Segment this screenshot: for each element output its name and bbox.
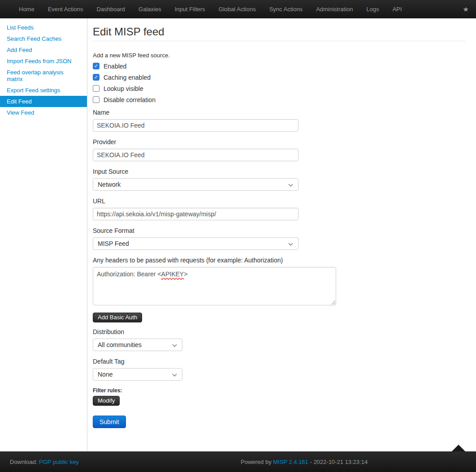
headers-value-spellcheck-flagged: APIKEY <box>161 270 184 278</box>
pgp-public-key-link[interactable]: PGP public key <box>39 459 79 465</box>
sidebar-item-search-feed-caches: Search Feed Caches <box>0 33 87 44</box>
nav-item-logs: Logs <box>360 0 386 18</box>
nav-item-sync-actions: Sync Actions <box>263 0 309 18</box>
disable-correlation-checkbox-label: Disable correlation <box>104 96 156 103</box>
misp-app: Home Event Actions Dashboard Galaxies In… <box>0 0 476 472</box>
nav-link-event-actions[interactable]: Event Actions <box>41 0 90 18</box>
nav-link-galaxies[interactable]: Galaxies <box>132 0 168 18</box>
nav-link-home[interactable]: Home <box>12 0 41 18</box>
sidebar-link-search-feed-caches[interactable]: Search Feed Caches <box>0 33 87 44</box>
sidebar-link-edit-feed[interactable]: Edit Feed <box>0 96 87 107</box>
content-area: List Feeds Search Feed Caches Add Feed I… <box>0 18 476 451</box>
distribution-field-group: Distribution All communities <box>93 328 465 351</box>
input-source-select[interactable]: Network <box>93 178 299 191</box>
sidebar-menu: List Feeds Search Feed Caches Add Feed I… <box>0 22 87 118</box>
form-intro-text: Add a new MISP feed source. <box>93 52 465 59</box>
headers-textarea-wrap: Authorization: Bearer <APIKEY> <box>93 267 336 305</box>
sidebar-item-export-feed-settings: Export Feed settings <box>0 85 87 96</box>
nav-link-logs[interactable]: Logs <box>360 0 386 18</box>
sidebar-link-view-feed[interactable]: View Feed <box>0 107 87 118</box>
nav-link-administration[interactable]: Administration <box>309 0 359 18</box>
default-tag-field-group: Default Tag None <box>93 358 465 381</box>
input-source-field-group: Input Source Network <box>93 168 465 191</box>
lookup-visible-checkbox-label: Lookup visible <box>104 85 143 92</box>
filter-rules-label: Filter rules: <box>93 387 465 394</box>
nav-item-event-actions: Event Actions <box>41 0 90 18</box>
headers-field-group: Any headers to be passed with requests (… <box>93 257 465 305</box>
default-tag-label: Default Tag <box>93 358 465 365</box>
lookup-visible-checkbox[interactable]: ✓ <box>93 85 100 92</box>
sidebar-item-import-feeds: Import Feeds from JSON <box>0 56 87 67</box>
source-format-field-group: Source Format MISP Feed <box>93 227 465 250</box>
nav-link-global-actions[interactable]: Global Actions <box>212 0 263 18</box>
enabled-checkbox-row[interactable]: ✓ Enabled <box>93 63 465 69</box>
url-label: URL <box>93 197 465 205</box>
sidebar-link-add-feed[interactable]: Add Feed <box>0 44 87 56</box>
scroll-to-top-icon[interactable] <box>452 445 465 451</box>
distribution-selected-value: All communities <box>98 341 142 348</box>
sidebar-item-feed-overlap: Feed overlap analysis matrix <box>0 67 87 85</box>
disable-correlation-checkbox-row[interactable]: ✓ Disable correlation <box>93 96 465 103</box>
powered-by-text: Powered by MISP 2.4.161 - 2022-10-21 13:… <box>241 459 368 465</box>
lookup-visible-checkbox-row[interactable]: ✓ Lookup visible <box>93 85 465 92</box>
misp-version-link[interactable]: MISP 2.4.161 <box>273 459 308 465</box>
nav-link-api[interactable]: API <box>386 0 409 18</box>
checkmark-icon: ✓ <box>94 64 98 69</box>
name-label: Name <box>93 109 465 116</box>
sidebar-link-import-feeds[interactable]: Import Feeds from JSON <box>0 56 87 67</box>
url-field-group: URL <box>93 197 465 220</box>
sidebar-item-view-feed: View Feed <box>0 107 87 118</box>
headers-value-suffix: > <box>184 270 187 278</box>
download-label: Download: <box>10 459 37 465</box>
chevron-down-icon <box>173 343 177 347</box>
provider-field-group: Provider <box>93 138 465 161</box>
distribution-select[interactable]: All communities <box>93 339 182 351</box>
enabled-checkbox-label: Enabled <box>104 63 126 70</box>
nav-item-api: API <box>386 0 409 18</box>
top-navbar: Home Event Actions Dashboard Galaxies In… <box>0 0 476 18</box>
footer-zone: Download: PGP public key Powered by MISP… <box>0 451 476 472</box>
url-input[interactable] <box>93 208 299 220</box>
headers-value-prefix: Authorization: Bearer < <box>97 270 161 278</box>
disable-correlation-checkbox[interactable]: ✓ <box>93 96 100 103</box>
chevron-down-icon <box>289 241 293 246</box>
sidebar-item-edit-feed: Edit Feed <box>0 96 87 107</box>
add-basic-auth-button[interactable]: Add Basic Auth <box>93 313 142 322</box>
caching-enabled-checkbox[interactable]: ✓ <box>93 74 100 81</box>
default-tag-selected-value: None <box>98 371 113 378</box>
submit-row: Submit <box>93 416 465 428</box>
chevron-down-icon <box>173 372 177 377</box>
page-footer: Download: PGP public key Powered by MISP… <box>0 451 476 472</box>
navbar-menu: Home Event Actions Dashboard Galaxies In… <box>12 0 409 18</box>
nav-link-sync-actions[interactable]: Sync Actions <box>263 0 309 18</box>
sidebar-link-feed-overlap[interactable]: Feed overlap analysis matrix <box>0 67 87 85</box>
add-basic-auth-row: Add Basic Auth <box>93 313 465 322</box>
default-tag-select[interactable]: None <box>93 368 182 381</box>
nav-item-galaxies: Galaxies <box>132 0 168 18</box>
modify-filter-rules-button[interactable]: Modify <box>93 396 120 406</box>
source-format-select[interactable]: MISP Feed <box>93 237 299 250</box>
headers-label: Any headers to be passed with requests (… <box>93 257 465 264</box>
star-icon[interactable]: ★ <box>456 0 476 18</box>
title-divider <box>93 41 465 41</box>
nav-item-input-filters: Input Filters <box>168 0 212 18</box>
enabled-checkbox[interactable]: ✓ <box>93 63 100 69</box>
nav-item-global-actions: Global Actions <box>212 0 263 18</box>
source-format-selected-value: MISP Feed <box>98 240 129 247</box>
input-source-selected-value: Network <box>98 181 121 188</box>
distribution-label: Distribution <box>93 328 465 335</box>
name-input[interactable] <box>93 119 299 132</box>
sidebar-item-list-feeds: List Feeds <box>0 22 87 33</box>
sidebar-link-list-feeds[interactable]: List Feeds <box>0 22 87 33</box>
nav-link-dashboard[interactable]: Dashboard <box>90 0 132 18</box>
footer-timestamp: - 2022-10-21 13:23:14 <box>310 459 368 465</box>
nav-item-home: Home <box>12 0 41 18</box>
nav-link-input-filters[interactable]: Input Filters <box>168 0 212 18</box>
source-format-label: Source Format <box>93 227 465 234</box>
sidebar-link-export-feed-settings[interactable]: Export Feed settings <box>0 85 87 96</box>
provider-input[interactable] <box>93 149 299 161</box>
caching-enabled-checkbox-row[interactable]: ✓ Caching enabled <box>93 74 465 81</box>
headers-textarea[interactable]: Authorization: Bearer <APIKEY> <box>93 267 336 305</box>
page-title: Edit MISP feed <box>93 25 465 39</box>
submit-button[interactable]: Submit <box>93 416 126 428</box>
